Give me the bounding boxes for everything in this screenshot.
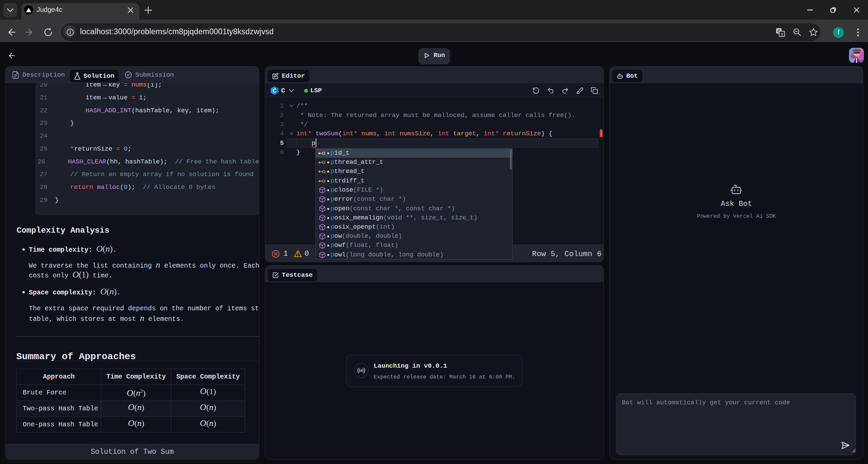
svg-text:C: C xyxy=(273,88,277,94)
svg-text:文: 文 xyxy=(781,32,784,36)
